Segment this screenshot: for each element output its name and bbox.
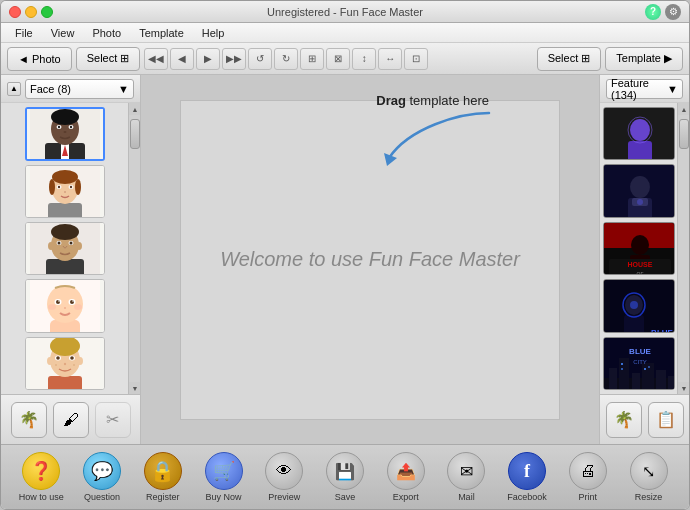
face-scroll-up[interactable]: ▲ — [7, 82, 21, 96]
svg-point-48 — [47, 357, 53, 365]
close-button[interactable] — [9, 6, 21, 18]
nav-last[interactable]: ▶▶ — [222, 48, 246, 70]
select-button-left[interactable]: Select ⊞ — [76, 47, 141, 71]
buy-now-label: Buy Now — [206, 492, 242, 502]
how-to-use-button[interactable]: ❓ How to use — [16, 452, 66, 502]
template-dropdown-label: Feature (134) — [611, 77, 667, 101]
template-item-3[interactable]: HOUSE OF CARDS — [603, 222, 675, 275]
svg-point-52 — [56, 356, 60, 360]
face-item-3[interactable] — [25, 222, 105, 275]
template-button[interactable]: Template ▶ — [605, 47, 683, 71]
svg-point-25 — [51, 224, 79, 240]
svg-point-54 — [63, 363, 65, 365]
menu-help[interactable]: Help — [194, 25, 233, 41]
face-placeholder-5 — [26, 338, 104, 389]
face-scrollbar[interactable]: ▲ ▼ — [128, 103, 140, 394]
svg-point-63 — [630, 176, 650, 198]
svg-text:BLUE: BLUE — [629, 347, 651, 356]
face-scroll-thumb[interactable] — [129, 115, 140, 382]
template-scrollbar[interactable]: ▲ ▼ — [677, 103, 689, 394]
svg-point-30 — [57, 242, 60, 245]
maximize-button[interactable] — [41, 6, 53, 18]
svg-point-14 — [52, 170, 78, 184]
nav-undo[interactable]: ↺ — [248, 48, 272, 70]
photo-button[interactable]: ◄ Photo — [7, 47, 72, 71]
drag-instruction-area: Drag template here — [376, 93, 489, 108]
preview-button[interactable]: 👁 Preview — [259, 452, 309, 502]
window-title: Unregistered - Fun Face Master — [267, 6, 423, 18]
buy-now-button[interactable]: 🛒 Buy Now — [199, 452, 249, 502]
template-edit-button[interactable]: 📋 — [648, 402, 684, 438]
face-dropdown-arrow: ▼ — [118, 83, 129, 95]
face-item-2[interactable] — [25, 165, 105, 218]
svg-point-49 — [77, 357, 83, 365]
svg-text:OF: OF — [636, 271, 643, 275]
add-face-button[interactable]: 🌴 — [11, 402, 47, 438]
face-item-4[interactable] — [25, 279, 105, 332]
svg-point-39 — [58, 300, 60, 302]
mail-button[interactable]: ✉ Mail — [441, 452, 491, 502]
svg-point-20 — [69, 186, 71, 188]
settings-icon[interactable]: ⚙ — [665, 4, 681, 20]
svg-text:CITY: CITY — [633, 359, 647, 365]
svg-point-59 — [630, 119, 650, 141]
svg-point-15 — [49, 179, 55, 195]
nav-fit[interactable]: ⊡ — [404, 48, 428, 70]
left-panel: ▲ Face (8) ▼ — [1, 75, 141, 444]
template-panel-header: Feature (134) ▼ — [600, 75, 689, 103]
template-dropdown[interactable]: Feature (134) ▼ — [606, 79, 683, 99]
nav-grid2[interactable]: ⊠ — [326, 48, 350, 70]
menu-photo[interactable]: Photo — [84, 25, 129, 41]
template-add-button[interactable]: 🌴 — [606, 402, 642, 438]
nav-redo[interactable]: ↻ — [274, 48, 298, 70]
title-bar: Unregistered - Fun Face Master ? ⚙ — [1, 1, 689, 23]
minimize-button[interactable] — [25, 6, 37, 18]
template-item-4[interactable]: BLUE ELECT — [603, 279, 675, 332]
svg-point-26 — [48, 242, 54, 250]
question-label: Question — [84, 492, 120, 502]
nav-flip-h[interactable]: ↔ — [378, 48, 402, 70]
edit-face-button[interactable]: 🖌 — [53, 402, 89, 438]
template-scroll-thumb[interactable] — [678, 115, 689, 382]
nav-grid[interactable]: ⊞ — [300, 48, 324, 70]
resize-button[interactable]: ⤡ Resize — [624, 452, 674, 502]
menu-template[interactable]: Template — [131, 25, 192, 41]
nav-prev[interactable]: ◀ — [170, 48, 194, 70]
help-icon[interactable]: ? — [645, 4, 661, 20]
face-scroll-up-btn[interactable]: ▲ — [129, 103, 140, 115]
menu-view[interactable]: View — [43, 25, 83, 41]
template-scroll-up-btn[interactable]: ▲ — [678, 103, 689, 115]
face-scroll-down-btn[interactable]: ▼ — [129, 382, 140, 394]
nav-first[interactable]: ◀◀ — [144, 48, 168, 70]
template-panel-bottom: 🌴 📋 — [600, 394, 689, 444]
template-item-2[interactable] — [603, 164, 675, 217]
face-item-5[interactable] — [25, 337, 105, 390]
select-button-right[interactable]: Select ⊞ — [537, 47, 602, 71]
buy-now-icon: 🛒 — [205, 452, 243, 490]
template-item-5[interactable]: BLUE CITY — [603, 337, 675, 390]
register-button[interactable]: 🔒 Register — [138, 452, 188, 502]
template-item-1[interactable] — [603, 107, 675, 160]
print-button[interactable]: 🖨 Print — [563, 452, 613, 502]
drag-instruction-text: Drag template here — [376, 93, 489, 108]
template-scroll-down-btn[interactable]: ▼ — [678, 382, 689, 394]
question-button[interactable]: 💬 Question — [77, 452, 127, 502]
export-label: Export — [393, 492, 419, 502]
face-dropdown[interactable]: Face (8) ▼ — [25, 79, 134, 99]
facebook-button[interactable]: f Facebook — [502, 452, 552, 502]
save-button[interactable]: 💾 Save — [320, 452, 370, 502]
nav-next[interactable]: ▶ — [196, 48, 220, 70]
drag-bold: Drag — [376, 93, 406, 108]
svg-rect-60 — [628, 141, 652, 160]
print-icon: 🖨 — [569, 452, 607, 490]
register-icon: 🔒 — [144, 452, 182, 490]
svg-point-10 — [63, 131, 66, 133]
face-item-1[interactable] — [25, 107, 105, 161]
menu-file[interactable]: File — [7, 25, 41, 41]
export-icon: 📤 — [387, 452, 425, 490]
export-button[interactable]: 📤 Export — [381, 452, 431, 502]
svg-rect-89 — [656, 370, 666, 390]
svg-point-55 — [55, 364, 57, 366]
canvas-area[interactable]: Welcome to use Fun Face Master — [180, 100, 560, 420]
nav-flip-v[interactable]: ↕ — [352, 48, 376, 70]
